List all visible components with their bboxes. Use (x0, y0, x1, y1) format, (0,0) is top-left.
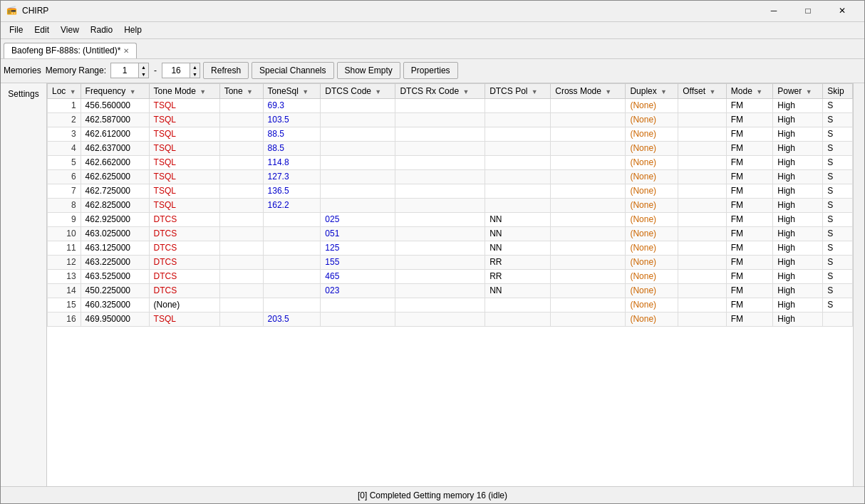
table-row[interactable]: 15 460.325000 (None) (None) FM High S (48, 298, 853, 312)
cell-dtcs-code (321, 112, 395, 127)
cell-tone-sql: 127.3 (263, 169, 321, 184)
active-tab[interactable]: Baofeng BF-888s: (Untitled)* ✕ (4, 43, 137, 58)
table-row[interactable]: 12 463.225000 DTCS 155 RR (None) FM High… (48, 255, 853, 269)
col-power[interactable]: Power ▼ (773, 83, 823, 98)
table-row[interactable]: 16 469.950000 TSQL 203.5 (None) FM High (48, 312, 853, 326)
cell-tone-mode: DTCS (149, 226, 219, 241)
cell-dtcs-pol: NN (485, 226, 551, 241)
col-mode[interactable]: Mode ▼ (726, 83, 772, 98)
col-offset[interactable]: Offset ▼ (678, 83, 727, 98)
table-row[interactable]: 8 462.825000 TSQL 162.2 (None) FM High S (48, 198, 853, 212)
cell-dtcs-pol (485, 169, 551, 184)
range-start-up[interactable]: ▲ (139, 63, 148, 70)
col-duplex[interactable]: Duplex ▼ (626, 83, 678, 98)
table-row[interactable]: 11 463.125000 DTCS 125 NN (None) FM High… (48, 241, 853, 255)
tab-close-button[interactable]: ✕ (123, 47, 129, 55)
range-start-input[interactable] (110, 63, 139, 78)
cell-frequency: 463.225000 (81, 255, 149, 269)
table-row[interactable]: 13 463.525000 DTCS 465 RR (None) FM High… (48, 269, 853, 283)
cell-cross-mode (551, 98, 626, 112)
cell-tone (219, 226, 263, 241)
menu-item-help[interactable]: Help (118, 23, 147, 37)
cell-offset (678, 241, 727, 255)
table-row[interactable]: 7 462.725000 TSQL 136.5 (None) FM High S (48, 184, 853, 198)
table-container[interactable]: Loc ▼ Frequency ▼ Tone Mode ▼ Tone ▼ Ton… (47, 83, 853, 486)
cell-power: High (773, 312, 823, 326)
range-end-input[interactable] (162, 63, 190, 78)
col-loc[interactable]: Loc ▼ (48, 83, 81, 98)
col-frequency[interactable]: Frequency ▼ (81, 83, 149, 98)
refresh-button[interactable]: Refresh (203, 62, 249, 79)
cell-tone (219, 212, 263, 226)
cell-dtcs-code (321, 184, 395, 198)
col-dtcs-rx-code[interactable]: DTCS Rx Code ▼ (395, 83, 485, 98)
cell-cross-mode (551, 255, 626, 269)
menu-item-edit[interactable]: Edit (29, 23, 55, 37)
menu-item-file[interactable]: File (4, 23, 29, 37)
cell-offset (678, 212, 727, 226)
menu-item-radio[interactable]: Radio (85, 23, 118, 37)
cell-tone-mode: DTCS (149, 212, 219, 226)
properties-button[interactable]: Properties (403, 62, 458, 79)
cell-frequency: 462.725000 (81, 184, 149, 198)
table-row[interactable]: 5 462.662000 TSQL 114.8 (None) FM High S (48, 155, 853, 169)
cell-offset (678, 312, 727, 326)
table-row[interactable]: 2 462.587000 TSQL 103.5 (None) FM High S (48, 112, 853, 127)
cell-loc: 11 (48, 241, 81, 255)
cell-tone-mode: DTCS (149, 255, 219, 269)
range-end-down[interactable]: ▼ (190, 70, 200, 78)
close-button[interactable]: ✕ (826, 1, 859, 21)
cell-mode: FM (726, 283, 772, 298)
cell-dtcs-pol (485, 155, 551, 169)
maximize-button[interactable]: □ (792, 1, 824, 21)
col-dtcs-code[interactable]: DTCS Code ▼ (321, 83, 395, 98)
range-end-up[interactable]: ▲ (190, 63, 200, 70)
show-empty-button[interactable]: Show Empty (337, 62, 400, 79)
table-row[interactable]: 14 450.225000 DTCS 023 NN (None) FM High… (48, 283, 853, 298)
cell-tone-mode: TSQL (149, 312, 219, 326)
cell-tone (219, 298, 263, 312)
cell-mode: FM (726, 98, 772, 112)
cell-dtcs-code (321, 141, 395, 155)
cell-offset (678, 141, 727, 155)
cell-dtcs-rx-code (395, 212, 485, 226)
cell-loc: 6 (48, 169, 81, 184)
col-tone-mode[interactable]: Tone Mode ▼ (149, 83, 219, 98)
table-row[interactable]: 4 462.637000 TSQL 88.5 (None) FM High S (48, 141, 853, 155)
table-row[interactable]: 10 463.025000 DTCS 051 NN (None) FM High… (48, 226, 853, 241)
col-tone[interactable]: Tone ▼ (219, 83, 263, 98)
col-cross-mode[interactable]: Cross Mode ▼ (551, 83, 626, 98)
special-channels-button[interactable]: Special Channels (252, 62, 333, 79)
col-dtcs-pol[interactable]: DTCS Pol ▼ (485, 83, 551, 98)
cell-tone-mode: TSQL (149, 184, 219, 198)
cell-skip: S (823, 226, 853, 241)
cell-dtcs-pol (485, 141, 551, 155)
col-tone-sql[interactable]: ToneSql ▼ (263, 83, 321, 98)
cell-loc: 9 (48, 212, 81, 226)
cell-tone-mode: TSQL (149, 112, 219, 127)
cell-duplex: (None) (626, 255, 678, 269)
right-scrollbar[interactable] (853, 83, 864, 486)
cell-cross-mode (551, 198, 626, 212)
table-row[interactable]: 1 456.560000 TSQL 69.3 (None) FM High S (48, 98, 853, 112)
cell-offset (678, 269, 727, 283)
menu-bar: FileEditViewRadioHelp (1, 22, 864, 39)
cell-dtcs-pol: RR (485, 255, 551, 269)
cell-loc: 13 (48, 269, 81, 283)
cell-cross-mode (551, 269, 626, 283)
cell-tone-sql: 136.5 (263, 184, 321, 198)
range-end-spinner: ▲ ▼ (190, 63, 200, 78)
table-row[interactable]: 9 462.925000 DTCS 025 NN (None) FM High … (48, 212, 853, 226)
cell-tone-sql (263, 241, 321, 255)
cell-dtcs-rx-code (395, 127, 485, 141)
table-row[interactable]: 6 462.625000 TSQL 127.3 (None) FM High S (48, 169, 853, 184)
range-start-down[interactable]: ▼ (139, 70, 148, 78)
table-row[interactable]: 3 462.612000 TSQL 88.5 (None) FM High S (48, 127, 853, 141)
cell-tone-mode: TSQL (149, 98, 219, 112)
cell-dtcs-pol (485, 112, 551, 127)
cell-power: High (773, 169, 823, 184)
minimize-button[interactable]: ─ (757, 1, 790, 21)
menu-item-view[interactable]: View (55, 23, 85, 37)
cell-dtcs-rx-code (395, 312, 485, 326)
col-skip[interactable]: Skip (823, 83, 853, 98)
